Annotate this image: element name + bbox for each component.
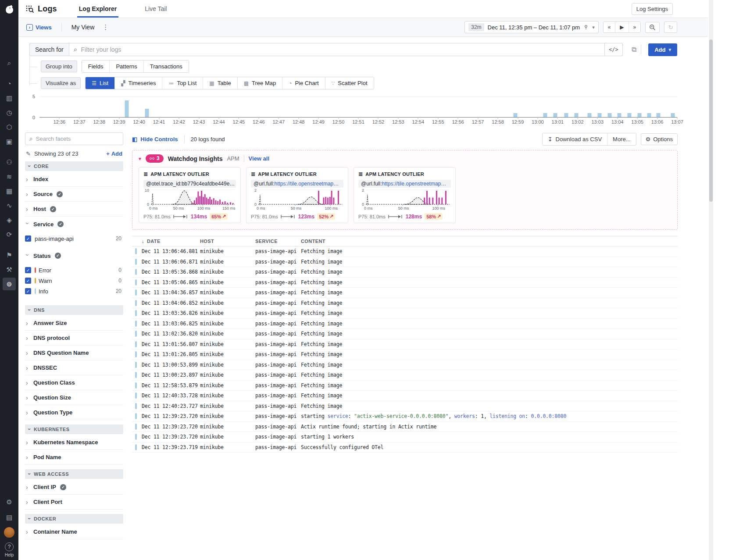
- vertical-scrollbar[interactable]: [709, 0, 713, 560]
- log-table-row[interactable]: Dec 11 12:39:23.720minikubepass-image-ap…: [132, 432, 678, 442]
- log-table-row[interactable]: Dec 11 13:00:53.899minikubepass-image-ap…: [132, 360, 678, 371]
- log-table-row[interactable]: Dec 11 13:01:56.807minikubepass-image-ap…: [132, 339, 678, 350]
- zoom-out-button[interactable]: [645, 22, 660, 33]
- facet-value-error[interactable]: ✓Error0: [25, 265, 123, 275]
- pin-icon[interactable]: [583, 25, 589, 30]
- insight-query-chip[interactable]: @otel.trace_id:bb779c4eafdbe449e…: [143, 180, 236, 188]
- datadog-logo[interactable]: [3, 3, 15, 15]
- time-forward-button[interactable]: »: [629, 22, 641, 32]
- facet-value-warn[interactable]: ✓Warn0: [25, 275, 123, 286]
- log-table-row[interactable]: Dec 11 13:04:36.857minikubepass-image-ap…: [132, 288, 678, 298]
- histogram-plot[interactable]: 5 0: [39, 96, 677, 118]
- visualize-as-table[interactable]: ▦Table: [203, 77, 237, 89]
- log-table-row[interactable]: Dec 11 13:01:26.805minikubepass-image-ap…: [132, 350, 678, 360]
- view-menu-kebab-icon[interactable]: ⋮: [102, 23, 109, 31]
- facet-group-header-kubernetes[interactable]: ›KUBERNETES: [25, 424, 123, 434]
- histogram-bar[interactable]: [618, 113, 622, 117]
- facet-group-header-docker[interactable]: ›DOCKER: [25, 514, 123, 524]
- group-into-patterns[interactable]: Patterns: [110, 61, 143, 72]
- view-all-link[interactable]: View all: [249, 155, 269, 162]
- refresh-button[interactable]: ↻: [664, 21, 677, 33]
- facet-item-question-size[interactable]: ›Question Size: [25, 390, 123, 405]
- checkbox-checked[interactable]: ✓: [25, 278, 31, 284]
- tab-live-tail[interactable]: Live Tail: [143, 0, 168, 18]
- facet-value-info[interactable]: ✓Info20: [25, 286, 123, 296]
- watchdog-insight-card[interactable]: ≣APM LATENCY OUTLIER@url.full:https://ti…: [246, 167, 348, 223]
- histogram-bar[interactable]: [514, 113, 518, 117]
- time-back-button[interactable]: «: [604, 22, 616, 32]
- checkbox-checked[interactable]: ✓: [25, 235, 31, 242]
- options-button[interactable]: ⚙ Options: [641, 133, 678, 145]
- log-table-row[interactable]: Dec 11 13:04:06.852minikubepass-image-ap…: [132, 298, 678, 309]
- log-table-row[interactable]: Dec 11 13:00:23.897minikubepass-image-ap…: [132, 370, 678, 381]
- search-icon[interactable]: ⌕: [3, 57, 16, 69]
- facet-item-source[interactable]: ›Source✓: [25, 187, 123, 202]
- facet-item-dns-protocol[interactable]: ›DNS protocol: [25, 331, 123, 346]
- add-facet-button[interactable]: + Add: [106, 150, 122, 157]
- histogram-bar[interactable]: [574, 113, 578, 117]
- copy-icon[interactable]: ⧉: [632, 46, 636, 54]
- settings-icon[interactable]: ⚙: [3, 496, 16, 508]
- facet-item-host[interactable]: ›Host✓: [25, 202, 123, 217]
- watchdog-icon[interactable]: ◔: [3, 77, 16, 90]
- watchdog-count-badge[interactable]: 3: [146, 154, 164, 163]
- more-button[interactable]: More...: [607, 133, 636, 145]
- views-button[interactable]: › Views: [26, 24, 52, 31]
- download-csv-button[interactable]: ↧ Download as CSV: [543, 133, 607, 145]
- dashboards-icon[interactable]: ▦: [3, 185, 16, 197]
- histogram-bar[interactable]: [145, 109, 149, 117]
- facet-item-question-class[interactable]: ›Question Class: [25, 375, 123, 390]
- infrastructure-icon[interactable]: ⬡: [3, 121, 16, 133]
- facet-group-header-core[interactable]: ›CORE: [25, 161, 123, 171]
- histogram-bar[interactable]: [607, 113, 611, 117]
- visualize-as-scatter-plot[interactable]: ∵Scatter Plot: [325, 77, 374, 89]
- visualize-as-top-list[interactable]: ≔Top List: [162, 77, 203, 89]
- visualize-as-list[interactable]: ☰List: [86, 77, 115, 89]
- histogram-bar[interactable]: [564, 113, 568, 117]
- help-icon[interactable]: ?: [5, 542, 14, 551]
- histogram-bar[interactable]: [543, 113, 547, 117]
- log-table-row[interactable]: Dec 11 12:58:53.879minikubepass-image-ap…: [132, 381, 678, 391]
- facet-item-dnssec[interactable]: ›DNSSEC: [25, 360, 123, 375]
- log-table-row[interactable]: Dec 11 13:03:06.825minikubepass-image-ap…: [132, 319, 678, 329]
- time-play-button[interactable]: ▶: [615, 22, 629, 32]
- log-table-row[interactable]: Dec 11 13:05:06.865minikubepass-image-ap…: [132, 278, 678, 288]
- log-table-row[interactable]: Dec 11 13:06:06.871minikubepass-image-ap…: [132, 257, 678, 268]
- visualize-as-timeseries[interactable]: ▞Timeseries: [115, 77, 162, 89]
- ci-icon[interactable]: ⟳: [3, 228, 16, 241]
- histogram-bar[interactable]: [656, 113, 660, 117]
- containers-icon[interactable]: ▣: [3, 135, 16, 148]
- facet-item-dns-question-name[interactable]: ›DNS Question Name: [25, 346, 123, 360]
- histogram-bar[interactable]: [627, 113, 631, 117]
- watchdog-insight-card[interactable]: ≣APM LATENCY OUTLIER@otel.trace_id:bb779…: [139, 167, 241, 223]
- facet-item-answer-size[interactable]: ›Answer Size: [25, 316, 123, 331]
- histogram-bar[interactable]: [637, 113, 641, 117]
- log-table-row[interactable]: Dec 11 12:39:23.720minikubepass-image-ap…: [132, 411, 678, 422]
- time-caret-icon[interactable]: ▾: [592, 25, 595, 30]
- log-table-row[interactable]: Dec 11 12:40:23.727minikubepass-image-ap…: [132, 401, 678, 412]
- user-avatar[interactable]: [4, 527, 14, 538]
- scrollbar-thumb[interactable]: [709, 39, 713, 202]
- metrics-icon[interactable]: ▥: [3, 92, 16, 104]
- log-table-row[interactable]: Dec 11 13:06:46.881minikubepass-image-ap…: [132, 246, 678, 257]
- facet-item-container-name[interactable]: ›Container Name: [25, 524, 123, 539]
- watchdog-insight-card[interactable]: ≣APM LATENCY OUTLIER@url.full:https://ti…: [354, 167, 456, 223]
- column-header-service[interactable]: SERVICE: [255, 239, 301, 244]
- facet-item-status[interactable]: ›Status✓: [25, 248, 123, 263]
- checkbox-checked[interactable]: ✓: [25, 288, 31, 294]
- log-table-row[interactable]: Dec 11 12:39:23.719minikubepass-image-ap…: [132, 442, 678, 453]
- log-volume-histogram[interactable]: 5 0 12:3612:3712:3812:3912:4012:4112:421…: [39, 94, 677, 125]
- time-range-picker[interactable]: 32m Dec 11, 12:35 pm – Dec 11, 1:07 pm ▾: [464, 21, 598, 33]
- log-table-row[interactable]: Dec 11 12:39:23.720minikubepass-image-ap…: [132, 422, 678, 432]
- visualize-as-pie-chart[interactable]: ◔Pie Chart: [282, 77, 325, 89]
- log-search-input[interactable]: [81, 46, 600, 53]
- histogram-bar[interactable]: [597, 113, 601, 117]
- histogram-bar[interactable]: [125, 100, 129, 117]
- security-icon[interactable]: ◈: [3, 214, 16, 226]
- rum-icon[interactable]: ⚇: [3, 156, 16, 168]
- insight-query-chip[interactable]: @url.full:https://tile.openstreetmap…: [358, 180, 451, 188]
- facet-value-pass-image-api[interactable]: ✓pass-image-api20: [25, 233, 123, 244]
- insight-query-chip[interactable]: @url.full:https://tile.openstreetmap…: [251, 180, 343, 188]
- pipelines-icon[interactable]: ≋: [3, 170, 16, 183]
- histogram-bar[interactable]: [647, 113, 651, 117]
